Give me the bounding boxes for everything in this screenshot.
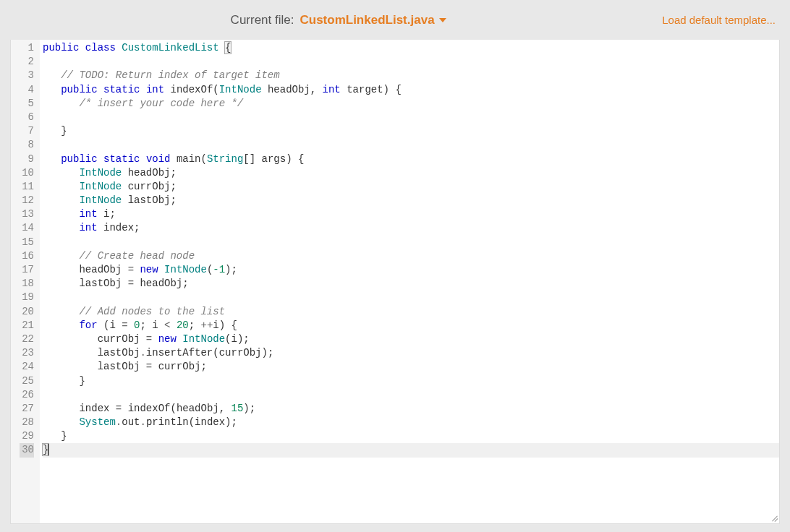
line-number[interactable]: 7 (20, 124, 34, 138)
line-number[interactable]: 27 (20, 402, 34, 416)
code-line[interactable]: currObj = new IntNode(i); (43, 332, 779, 346)
line-number[interactable]: 22 (20, 332, 34, 346)
line-number[interactable]: 20 (20, 305, 34, 319)
code-line[interactable]: public static void main(String[] args) { (43, 153, 779, 166)
code-content[interactable]: public class CustomLinkedList { // TODO:… (40, 40, 779, 523)
code-line[interactable]: // TODO: Return index of target item (43, 69, 779, 82)
current-file-label: Current file: (231, 13, 294, 27)
line-number[interactable]: 11 (20, 180, 34, 194)
line-number[interactable]: 14 (20, 221, 34, 235)
line-number[interactable]: 16 (20, 249, 34, 263)
code-line[interactable]: } (43, 124, 779, 138)
current-file-name: CustomLinkedList.java (300, 13, 434, 27)
code-line[interactable]: // Add nodes to the list (43, 305, 779, 319)
code-line[interactable]: int index; (43, 221, 779, 235)
line-number[interactable]: 28 (20, 416, 34, 429)
line-number[interactable]: 5 (20, 97, 34, 111)
chevron-down-icon (439, 18, 446, 22)
code-line[interactable]: // Create head node (43, 249, 779, 263)
code-editor[interactable]: 1234567891011121314151617181920212223242… (11, 40, 779, 523)
code-line[interactable] (43, 138, 779, 152)
line-number[interactable]: 29 (20, 429, 34, 443)
code-line[interactable] (43, 111, 779, 124)
line-number[interactable]: 21 (20, 319, 34, 332)
code-line[interactable]: lastObj = currObj; (43, 360, 779, 374)
load-default-template-link[interactable]: Load default template... (662, 14, 776, 26)
code-line[interactable]: IntNode headObj; (43, 166, 779, 180)
code-line[interactable]: lastObj = headObj; (43, 277, 779, 291)
line-number[interactable]: 6 (20, 111, 34, 124)
resize-handle-icon[interactable] (769, 513, 778, 522)
code-line[interactable]: index = indexOf(headObj, 15); (43, 402, 779, 416)
line-number[interactable]: 10 (20, 166, 34, 180)
code-line[interactable] (43, 291, 779, 304)
file-selector-dropdown[interactable]: CustomLinkedList.java (300, 13, 446, 27)
line-number[interactable]: 23 (20, 346, 34, 360)
line-number[interactable]: 25 (20, 374, 34, 388)
code-line[interactable] (43, 388, 779, 402)
code-line[interactable]: } (43, 429, 779, 443)
line-number[interactable]: 13 (20, 207, 34, 221)
code-line[interactable]: lastObj.insertAfter(currObj); (43, 346, 779, 360)
header-center: Current file: CustomLinkedList.java (14, 13, 662, 27)
line-number[interactable]: 19 (20, 291, 34, 304)
line-number[interactable]: 26 (20, 388, 34, 402)
code-line[interactable]: public static int indexOf(IntNode headOb… (43, 83, 779, 97)
line-number[interactable]: 4 (20, 83, 34, 97)
line-number-gutter[interactable]: 1234567891011121314151617181920212223242… (11, 40, 40, 523)
line-number[interactable]: 9 (20, 153, 34, 166)
code-line[interactable]: for (i = 0; i < 20; ++i) { (43, 319, 779, 332)
code-line[interactable] (43, 55, 779, 69)
code-line[interactable]: headObj = new IntNode(-1); (43, 263, 779, 277)
line-number[interactable]: 18 (20, 277, 34, 291)
code-line[interactable]: } (43, 443, 779, 457)
line-number[interactable]: 17 (20, 263, 34, 277)
code-editor-container: 1234567891011121314151617181920212223242… (10, 40, 780, 524)
code-line[interactable] (43, 236, 779, 249)
code-line[interactable]: IntNode currObj; (43, 180, 779, 194)
line-number[interactable]: 12 (20, 194, 34, 207)
line-number[interactable]: 2 (20, 55, 34, 69)
line-number[interactable]: 30 (20, 443, 34, 457)
line-number[interactable]: 24 (20, 360, 34, 374)
code-line[interactable]: public class CustomLinkedList { (43, 41, 779, 55)
line-number[interactable]: 15 (20, 236, 34, 249)
code-line[interactable]: System.out.println(index); (43, 416, 779, 429)
code-line[interactable]: } (43, 374, 779, 388)
line-number[interactable]: 3 (20, 69, 34, 82)
code-line[interactable]: IntNode lastObj; (43, 194, 779, 207)
code-line[interactable]: int i; (43, 207, 779, 221)
line-number[interactable]: 1 (20, 41, 34, 55)
text-cursor (48, 444, 48, 455)
editor-header: Current file: CustomLinkedList.java Load… (0, 0, 790, 40)
code-line[interactable]: /* insert your code here */ (43, 97, 779, 111)
line-number[interactable]: 8 (20, 138, 34, 152)
